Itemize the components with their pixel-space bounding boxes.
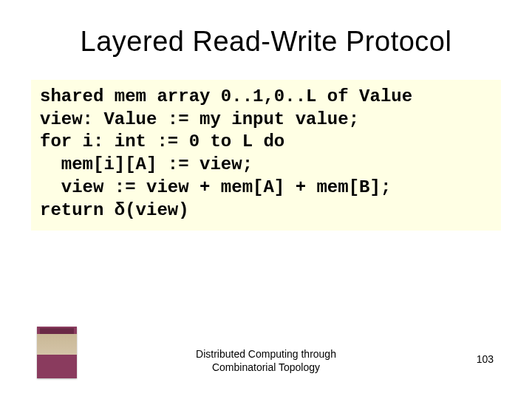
code-line: return δ(view): [40, 200, 492, 222]
page-number: 103: [477, 353, 494, 365]
slide-title: Layered Read-Write Protocol: [37, 26, 495, 58]
book-cover-icon: [37, 327, 77, 378]
footer-caption: Distributed Computing through Combinator…: [196, 348, 336, 374]
code-line: shared mem array 0..1,0..L of Value: [40, 86, 492, 109]
footer: Distributed Computing through Combinator…: [0, 327, 532, 378]
code-line: view: Value := my input value;: [40, 109, 492, 132]
code-block: shared mem array 0..1,0..L of Value view…: [31, 80, 501, 231]
code-line: view := view + mem[A] + mem[B];: [40, 177, 492, 200]
slide: Layered Read-Write Protocol shared mem a…: [0, 0, 532, 399]
code-line: mem[i][A] := view;: [40, 154, 492, 177]
footer-line-2: Combinatorial Topology: [196, 361, 336, 375]
code-line: for i: int := 0 to L do: [40, 131, 492, 154]
footer-line-1: Distributed Computing through: [196, 348, 336, 361]
